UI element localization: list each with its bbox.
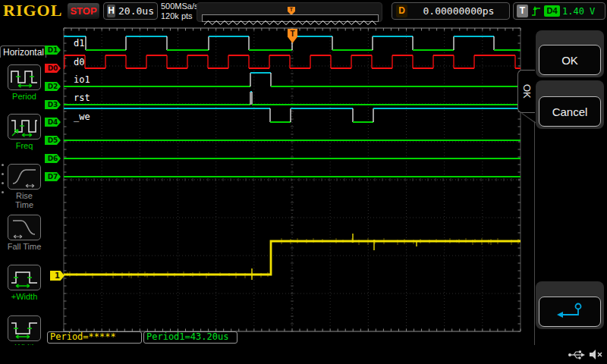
cancel-button[interactable]: Cancel — [539, 96, 601, 127]
ok-softkey: OK — [536, 30, 604, 77]
return-button[interactable] — [539, 297, 601, 327]
cancel-softkey: Cancel — [536, 80, 604, 129]
bottom-bar: 1 2.00 V 2 1.00 V — [0, 345, 607, 364]
oscilloscope-screen: RIGOL STOP H 20.0us 500MSa/s 120k pts T … — [0, 0, 607, 364]
menu-title: OK — [521, 84, 533, 99]
ok-button[interactable]: OK — [539, 45, 601, 75]
waveform-plot — [0, 0, 607, 364]
measurement-period1: Period1=43.20us — [143, 331, 237, 344]
measurement-period: Period=***** — [47, 331, 142, 344]
menu-divider — [534, 121, 535, 345]
return-softkey — [536, 281, 604, 329]
return-arrow-icon — [555, 302, 585, 322]
usb-icon — [568, 350, 586, 360]
speaker-muted-icon — [589, 348, 603, 361]
menu-title-tab: OK — [517, 70, 535, 113]
